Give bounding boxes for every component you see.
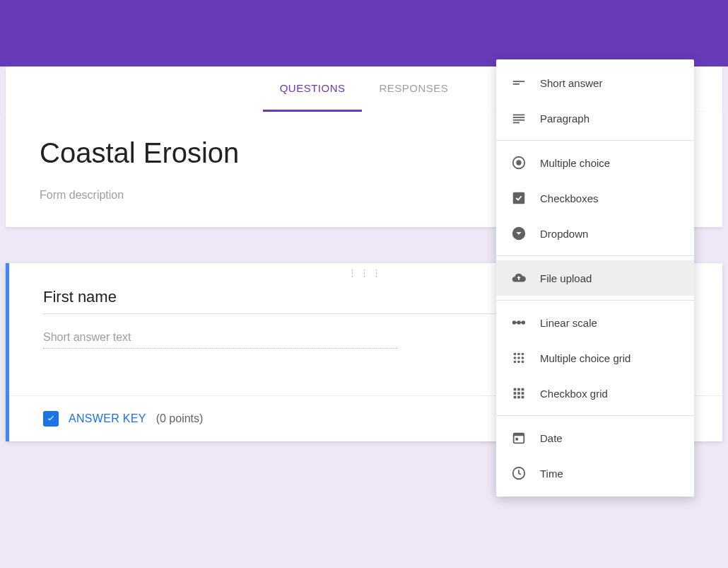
question-type-dropdown: Short answer Paragraph Multiple choice C…	[496, 59, 694, 497]
answer-key-icon	[43, 411, 59, 427]
svg-rect-18	[515, 322, 524, 323]
tab-questions[interactable]: QUESTIONS	[263, 66, 363, 112]
short-answer-placeholder: Short answer text	[43, 331, 398, 349]
svg-point-25	[514, 361, 517, 364]
svg-point-23	[517, 357, 520, 359]
svg-rect-38	[514, 434, 524, 436]
svg-rect-7	[513, 115, 525, 116]
svg-point-19	[514, 353, 517, 356]
option-dropdown[interactable]: Dropdown	[496, 216, 694, 251]
answer-key-button[interactable]: ANSWER KEY	[69, 412, 146, 425]
checkbox-icon	[510, 190, 527, 207]
svg-rect-35	[517, 396, 520, 399]
option-file-upload[interactable]: File upload	[496, 260, 694, 296]
clock-icon	[510, 465, 527, 482]
svg-rect-34	[514, 396, 517, 399]
short-answer-icon	[510, 74, 527, 91]
svg-rect-9	[513, 120, 525, 121]
svg-rect-36	[522, 396, 524, 399]
svg-rect-39	[515, 438, 518, 441]
option-label: Time	[540, 468, 563, 480]
option-mc-grid[interactable]: Multiple choice grid	[496, 340, 694, 376]
svg-rect-33	[522, 392, 524, 395]
svg-rect-5	[513, 81, 525, 82]
option-label: Date	[540, 432, 563, 444]
option-checkbox-grid[interactable]: Checkbox grid	[496, 376, 694, 411]
square-grid-icon	[510, 385, 527, 402]
svg-rect-6	[513, 83, 519, 85]
svg-rect-30	[522, 388, 524, 391]
dropdown-icon	[510, 225, 527, 242]
linear-scale-icon	[510, 314, 527, 331]
separator	[496, 415, 694, 416]
svg-rect-29	[517, 388, 520, 391]
separator	[496, 140, 694, 141]
svg-rect-8	[513, 117, 525, 118]
svg-point-26	[517, 361, 520, 364]
option-label: Linear scale	[540, 317, 597, 329]
dot-grid-icon	[510, 349, 527, 366]
svg-rect-10	[513, 122, 519, 124]
option-time[interactable]: Time	[496, 456, 694, 491]
tab-responses[interactable]: RESPONSES	[362, 66, 465, 112]
svg-rect-31	[514, 392, 517, 395]
option-linear-scale[interactable]: Linear scale	[496, 305, 694, 340]
svg-point-12	[516, 160, 521, 165]
app-topbar	[0, 0, 728, 66]
svg-point-20	[517, 353, 520, 356]
option-label: File upload	[540, 272, 592, 284]
calendar-icon	[510, 429, 527, 446]
svg-point-24	[522, 357, 524, 359]
option-date[interactable]: Date	[496, 420, 694, 456]
option-label: Checkbox grid	[540, 388, 608, 400]
separator	[496, 300, 694, 301]
option-label: Dropdown	[540, 228, 588, 240]
option-label: Short answer	[540, 77, 602, 89]
option-checkboxes[interactable]: Checkboxes	[496, 180, 694, 216]
svg-rect-13	[513, 192, 525, 204]
svg-point-27	[522, 361, 524, 364]
svg-rect-28	[514, 388, 517, 391]
option-paragraph[interactable]: Paragraph	[496, 100, 694, 136]
svg-rect-32	[517, 392, 520, 395]
svg-point-22	[514, 357, 517, 359]
option-label: Multiple choice	[540, 157, 610, 169]
option-short-answer[interactable]: Short answer	[496, 65, 694, 100]
option-label: Multiple choice grid	[540, 352, 630, 364]
separator	[496, 255, 694, 256]
cloud-upload-icon	[510, 269, 527, 286]
svg-point-21	[522, 353, 524, 356]
points-label: (0 points)	[156, 412, 204, 425]
option-multiple-choice[interactable]: Multiple choice	[496, 145, 694, 180]
paragraph-icon	[510, 110, 527, 127]
option-label: Checkboxes	[540, 192, 599, 204]
radio-icon	[510, 154, 527, 171]
option-label: Paragraph	[540, 112, 589, 124]
